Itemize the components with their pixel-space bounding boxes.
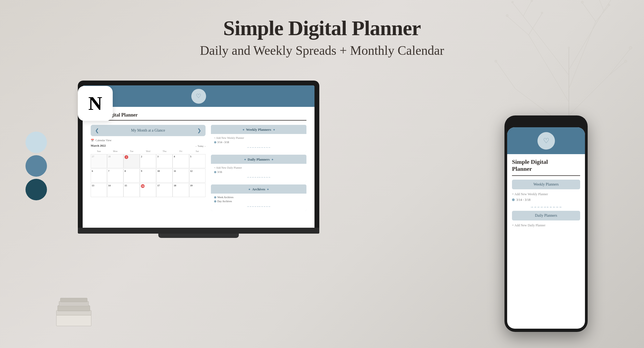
- calendar-icon: 📅: [91, 139, 94, 142]
- svg-line-11: [598, 0, 604, 11]
- phone-content: Simple DigitalPlanner Weekly Planners + …: [507, 154, 585, 233]
- cal-cell[interactable]: 15: [123, 183, 140, 197]
- cal-cell[interactable]: 9: [140, 169, 156, 183]
- svg-point-20: [531, 0, 533, 2]
- calendar-prev-icon[interactable]: ❮: [95, 128, 99, 133]
- svg-point-21: [541, 12, 543, 14]
- svg-rect-30: [56, 310, 91, 315]
- cal-cell[interactable]: 7: [107, 169, 123, 183]
- cal-today-nav: ‹ Today ›: [196, 145, 205, 147]
- cal-day-sat: Sat: [189, 149, 206, 153]
- cal-day-mon: Mon: [107, 149, 123, 153]
- main-title: Simple Digital Planner: [0, 16, 644, 40]
- calendar-grid: March 2022 ‹ Today › Sun Mon Tue: [91, 144, 206, 197]
- cal-day-sun: Sun: [91, 149, 107, 153]
- swatch-light: [25, 132, 47, 153]
- daily-add-btn[interactable]: + Add New Daily Planner: [214, 165, 303, 170]
- calendar-view-label: Calendar View: [96, 139, 111, 142]
- archives-item-week[interactable]: Week Archives: [214, 195, 303, 199]
- phone-notch: [533, 119, 559, 125]
- notion-logo: N: [78, 86, 113, 121]
- cal-cell[interactable]: 8: [123, 169, 140, 183]
- calendar-toolbar: 📅 Calendar View: [91, 139, 206, 142]
- archives-body: Week Archives Day Archives →→→→→←←←←←: [211, 194, 306, 211]
- phone-daily-add[interactable]: + Add New Daily Planner: [512, 223, 580, 228]
- phone-weekly-arrows: →→→→→←←←←←: [512, 203, 580, 211]
- weekly-add-btn[interactable]: + Add New Weekly Planner: [214, 136, 303, 140]
- cal-cell[interactable]: 11: [173, 169, 189, 183]
- weekly-planners-card: Weekly Planners + Add New Weekly Planner…: [211, 125, 306, 152]
- cal-prev-icon[interactable]: ‹: [196, 145, 196, 147]
- swatch-medium: [25, 155, 47, 177]
- cal-cell[interactable]: 3: [156, 154, 173, 168]
- phone-weekly-add[interactable]: + Add New Weekly Planner: [512, 191, 580, 197]
- cal-day-wed: Wed: [140, 149, 156, 153]
- weekly-item-1[interactable]: 3/14 - 3/18: [214, 140, 303, 144]
- svg-line-10: [523, 1, 531, 16]
- laptop-screen-inner: ♡ Simple Digital Planner ❮ My Month at a…: [83, 85, 314, 228]
- phone-outer: ♡ Simple DigitalPlanner Weekly Planners …: [504, 115, 588, 332]
- laptop-calendar-section: ❮ My Month at a Glance ❯ 📅 Calendar View: [91, 125, 206, 211]
- cal-cell[interactable]: 19: [189, 183, 206, 197]
- archives-item-day[interactable]: Day Archives: [214, 199, 303, 203]
- svg-point-22: [581, 1, 583, 3]
- laptop-screen-outer: ♡ Simple Digital Planner ❮ My Month at a…: [78, 81, 319, 228]
- svg-point-19: [512, 1, 513, 3]
- calendar-next-icon[interactable]: ❯: [197, 128, 201, 133]
- archives-title: Archives: [247, 187, 270, 191]
- svg-line-9: [513, 3, 523, 16]
- daily-item-label: 3/16: [217, 171, 222, 173]
- color-swatches: [25, 132, 47, 200]
- cal-day-fri: Fri: [173, 149, 189, 153]
- laptop-page-title: Simple Digital Planner: [91, 112, 306, 118]
- laptop-two-col: ❮ My Month at a Glance ❯ 📅 Calendar View: [91, 125, 306, 211]
- cal-next-icon[interactable]: ›: [205, 145, 206, 147]
- month-at-glance-label: My Month at a Glance: [99, 128, 197, 133]
- cal-cell[interactable]: 6: [91, 169, 107, 183]
- phone-weekly-item-label: 3/14 - 3/18: [516, 198, 530, 202]
- svg-point-23: [608, 4, 610, 6]
- phone-weekly-item[interactable]: 3/14 - 3/18: [512, 197, 580, 203]
- svg-rect-34: [56, 315, 91, 326]
- phone-header: ♡: [507, 127, 585, 154]
- phone-divider: [512, 175, 580, 176]
- cal-cell-today[interactable]: 16: [140, 183, 156, 197]
- cal-day-tue: Tue: [123, 149, 140, 153]
- daily-item-1[interactable]: 3/16: [214, 170, 303, 174]
- phone-title: Simple DigitalPlanner: [512, 158, 580, 173]
- cal-row-3: 13 14 15 16 17 18 19: [91, 183, 206, 197]
- cal-cell[interactable]: 12: [189, 169, 206, 183]
- phone-weekly-btn[interactable]: Weekly Planners: [512, 180, 580, 189]
- laptop-heart-badge: ♡: [191, 89, 206, 104]
- phone-mockup: ♡ Simple DigitalPlanner Weekly Planners …: [504, 115, 588, 332]
- svg-line-17: [496, 62, 515, 89]
- cal-cell[interactable]: 10: [156, 169, 173, 183]
- cal-cell[interactable]: 17: [156, 183, 173, 197]
- laptop-planner-section: Weekly Planners + Add New Weekly Planner…: [211, 125, 306, 211]
- cal-cell[interactable]: 13: [91, 183, 107, 197]
- cal-cell[interactable]: 18: [173, 183, 189, 197]
- title-section: Simple Digital Planner Daily and Weekly …: [0, 16, 644, 58]
- svg-rect-31: [58, 306, 90, 311]
- month-at-glance-btn[interactable]: ❮ My Month at a Glance ❯: [91, 125, 206, 136]
- laptop-header: ♡: [83, 85, 314, 107]
- laptop-content: Simple Digital Planner ❮ My Month at a G…: [83, 107, 314, 216]
- heart-icon: ♡: [196, 93, 201, 100]
- cal-cell[interactable]: 2: [140, 154, 156, 168]
- cal-cell[interactable]: 28: [107, 154, 123, 168]
- cal-month-title: March 2022: [91, 144, 106, 147]
- svg-rect-33: [60, 298, 87, 302]
- archives-day-dot: [214, 200, 216, 202]
- archives-week-label: Week Archives: [217, 196, 234, 199]
- cal-cell[interactable]: 14: [107, 183, 123, 197]
- notion-letter: N: [88, 92, 102, 115]
- phone-daily-btn[interactable]: Daily Planners: [512, 211, 580, 220]
- weekly-item-label: 3/14 - 3/18: [217, 141, 229, 144]
- cal-cell[interactable]: 1: [123, 154, 140, 168]
- cal-cell[interactable]: 4: [173, 154, 189, 168]
- svg-rect-32: [59, 301, 89, 306]
- cal-cell[interactable]: 5: [189, 154, 206, 168]
- svg-line-12: [604, 0, 612, 11]
- weekly-planners-body: + Add New Weekly Planner 3/14 - 3/18 →→→…: [211, 134, 306, 152]
- cal-cell[interactable]: 27: [91, 154, 107, 168]
